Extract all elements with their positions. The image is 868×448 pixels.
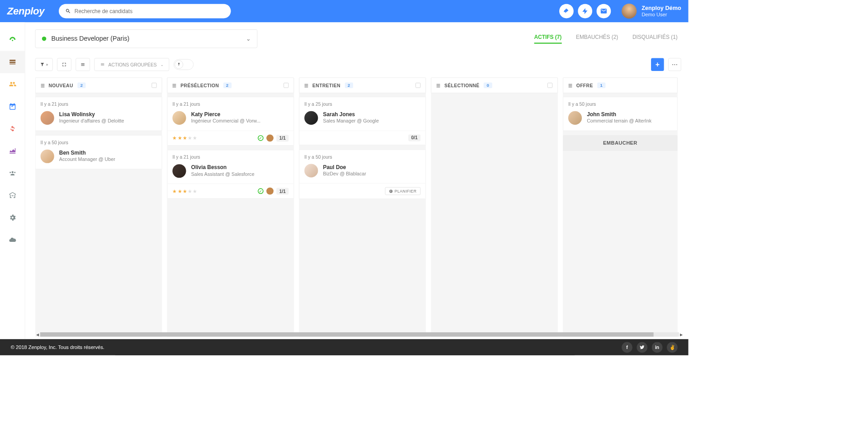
nav-candidates[interactable] xyxy=(0,73,25,95)
horizontal-scrollbar[interactable]: ◀ ▶ xyxy=(35,332,684,338)
nav-team[interactable] xyxy=(0,162,25,184)
list-icon xyxy=(80,62,85,67)
avatar xyxy=(41,111,54,125)
nav-pipeline[interactable] xyxy=(0,51,25,73)
job-selector[interactable]: Business Developer (Paris) ⌄ xyxy=(35,29,258,48)
tab-disqualified[interactable]: DISQUALIFIÉS (1) xyxy=(632,34,678,44)
bulk-actions-dropdown[interactable]: ACTIONS GROUPÉES ⌄ xyxy=(94,58,170,71)
column-count: 0 xyxy=(484,82,492,88)
pin-icon xyxy=(177,62,181,67)
column-header[interactable]: ☰ PRÉSÉLECTION 2 xyxy=(167,77,294,93)
reviewer-avatar xyxy=(266,134,274,141)
card-time: Il y a 21 jours xyxy=(167,150,293,160)
nav-org[interactable] xyxy=(0,184,25,207)
candidate-card[interactable]: Il y a 21 jours Olivia Besson Sales Assi… xyxy=(167,150,294,198)
column-header[interactable]: ☰ OFFRE 1 xyxy=(563,77,678,93)
rating-stars: ★★★★★ xyxy=(172,188,198,194)
avatar xyxy=(41,150,54,163)
select-all-checkbox[interactable] xyxy=(415,83,420,88)
grip-icon: ☰ xyxy=(41,83,45,88)
user-menu[interactable]: Zenploy Démo Demo User xyxy=(622,4,681,19)
app-link[interactable]: ✌ xyxy=(667,342,678,353)
menu-icon xyxy=(100,62,105,67)
status-dot-icon xyxy=(42,37,47,41)
candidate-role: Sales Manager @ Google xyxy=(323,118,378,124)
card-time: Il y a 21 jours xyxy=(167,97,293,107)
candidate-card[interactable]: Il y a 50 jours Ben Smith Account Manage… xyxy=(35,135,162,169)
select-all-checkbox[interactable] xyxy=(283,83,288,88)
chevron-down-icon: ⌄ xyxy=(160,62,163,66)
nav-calendar[interactable] xyxy=(0,95,25,118)
list-view-button[interactable] xyxy=(75,58,90,71)
bolt-icon xyxy=(581,8,589,15)
filter-icon xyxy=(40,62,45,67)
candidate-role: BizDev @ Blablacar xyxy=(323,171,366,176)
activity-button[interactable] xyxy=(578,4,592,19)
header: Zenploy Zenploy Démo Demo User xyxy=(0,0,689,22)
tab-active[interactable]: ACTIFS (7) xyxy=(534,34,561,44)
search-box[interactable] xyxy=(59,4,231,19)
candidate-card[interactable]: Il y a 21 jours Katy Pierce Ingénieur Co… xyxy=(167,97,294,146)
column-title: NOUVEAU xyxy=(48,83,73,88)
search-icon xyxy=(65,8,71,14)
nav-cloud[interactable] xyxy=(0,229,25,251)
check-icon: ✓ xyxy=(258,188,264,194)
candidate-card[interactable]: Il y a 50 jours Paul Doe BizDev @ Blabla… xyxy=(299,150,426,199)
pin-toggle[interactable] xyxy=(174,59,193,70)
calendar-icon xyxy=(9,103,16,110)
facebook-link[interactable]: f xyxy=(622,342,632,353)
mail-button[interactable] xyxy=(596,4,611,19)
mail-icon xyxy=(600,8,607,15)
bulk-actions-label: ACTIONS GROUPÉES xyxy=(108,62,157,67)
select-all-checkbox[interactable] xyxy=(547,83,552,88)
gear-icon xyxy=(9,214,16,222)
check-icon: ✓ xyxy=(258,135,264,141)
candidate-card[interactable]: Il y a 21 jours Lisa Wolinsky Ingenieur … xyxy=(35,97,162,131)
linkedin-link[interactable]: in xyxy=(652,342,663,353)
nav-dashboard[interactable] xyxy=(0,28,25,51)
gauge-icon xyxy=(9,36,16,43)
filter-button[interactable]: » xyxy=(35,58,53,71)
svg-rect-1 xyxy=(9,61,15,63)
nav-sync[interactable] xyxy=(0,118,25,140)
more-button[interactable]: ⋯ xyxy=(668,58,681,71)
grip-icon: ☰ xyxy=(172,83,177,88)
column-header[interactable]: ☰ ENTRETIEN 2 xyxy=(299,77,426,93)
candidate-role: Ingénieur Commercial @ Vorw... xyxy=(191,118,261,124)
column-title: PRÉSÉLECTION xyxy=(180,83,219,88)
announce-button[interactable] xyxy=(559,4,574,19)
reviewer-avatar xyxy=(266,188,274,195)
user-org: Zenploy Démo xyxy=(642,5,681,11)
card-time: Il y a 21 jours xyxy=(36,97,162,107)
candidate-name: Ben Smith xyxy=(59,150,115,156)
candidate-role: Sales Assistant @ Salesforce xyxy=(191,171,255,177)
twitter-link[interactable] xyxy=(637,342,647,353)
column-preselection: ☰ PRÉSÉLECTION 2 Il y a 21 jours Katy Pi… xyxy=(167,77,294,337)
kanban-icon xyxy=(9,58,16,66)
candidate-role: Account Manager @ Uber xyxy=(59,157,115,162)
add-candidate-button[interactable]: + xyxy=(651,58,664,71)
team-icon xyxy=(9,169,16,177)
user-name: Demo User xyxy=(642,11,681,17)
cloud-icon xyxy=(9,236,16,244)
search-input[interactable] xyxy=(75,8,224,14)
chevron-down-icon: ⌄ xyxy=(246,35,250,42)
column-header[interactable]: ☰ SÉLECTIONNÉ 0 xyxy=(431,77,558,93)
review-ratio: 1/1 xyxy=(276,188,288,194)
grip-icon: ☰ xyxy=(304,83,309,88)
column-entretien: ☰ ENTRETIEN 2 Il y a 25 jours Sarah Jone… xyxy=(299,77,426,337)
nav-reports[interactable] xyxy=(0,140,25,162)
scroll-right-icon[interactable]: ▶ xyxy=(679,333,684,337)
schedule-button[interactable]: PLANIFIER xyxy=(385,187,420,195)
expand-button[interactable] xyxy=(57,58,71,71)
column-header[interactable]: ☰ NOUVEAU 2 xyxy=(35,77,162,93)
scroll-left-icon[interactable]: ◀ xyxy=(35,333,40,337)
candidate-name: John Smith xyxy=(587,111,651,117)
candidate-card[interactable]: Il y a 25 jours Sarah Jones Sales Manage… xyxy=(299,97,426,145)
select-all-checkbox[interactable] xyxy=(151,83,156,88)
candidate-card[interactable]: Il y a 50 jours John Smith Commercial te… xyxy=(563,97,678,131)
hire-button[interactable]: EMBAUCHER xyxy=(563,135,678,151)
tab-hired[interactable]: EMBAUCHÉS (2) xyxy=(576,34,618,44)
column-count: 2 xyxy=(345,82,353,88)
nav-settings[interactable] xyxy=(0,207,25,229)
